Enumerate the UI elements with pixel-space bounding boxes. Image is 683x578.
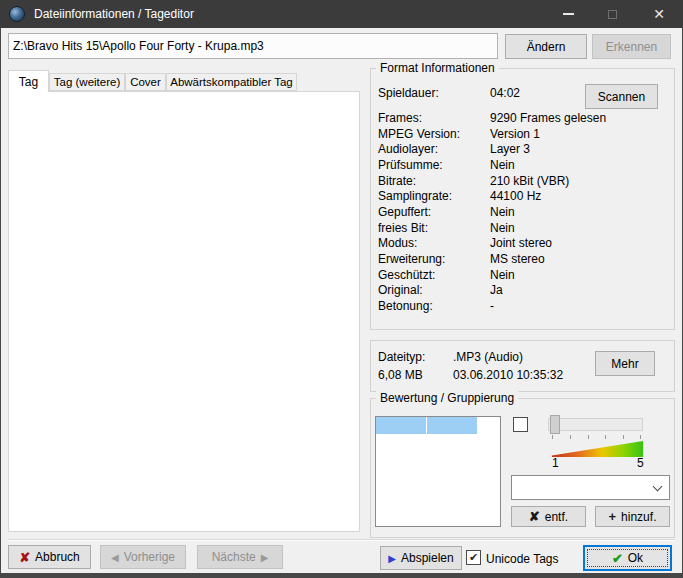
spieldauer-value: 04:02 [490, 86, 520, 100]
format-info-label: freies Bit: [378, 221, 490, 235]
grouping-selected-cell[interactable] [376, 417, 426, 434]
add-group-button[interactable]: + hinzuf. [595, 506, 670, 527]
format-info-value: Nein [490, 205, 515, 219]
arrow-left-icon: ◀ [111, 552, 119, 563]
checkmark-icon: ✔ [469, 552, 478, 563]
maximize-button [592, 0, 632, 28]
format-info-label: Gepuffert: [378, 205, 490, 219]
close-icon: ✕ [653, 7, 665, 21]
tab-tag-weitere-label: Tag (weitere) [54, 76, 120, 88]
unicode-tags-checkbox[interactable]: ✔ [466, 550, 481, 565]
format-info-value: Nein [490, 221, 515, 235]
format-info-row: Geschützt:Nein [378, 267, 672, 283]
format-info-value: - [490, 299, 494, 313]
rating-scale-min: 1 [552, 456, 559, 470]
file-modified: 03.06.2010 10:35:32 [453, 368, 563, 382]
rating-slider-track[interactable] [548, 418, 643, 431]
format-info-value: Layer 3 [490, 142, 530, 156]
remove-group-label: entf. [545, 510, 568, 524]
next-button-label: Nächste [212, 550, 256, 564]
slider-tick [623, 435, 624, 439]
remove-x-icon: ✘ [529, 509, 540, 524]
ok-check-icon: ✔ [612, 551, 623, 566]
change-button-label: Ändern [527, 40, 566, 54]
remove-group-button[interactable]: ✘ entf. [511, 506, 586, 527]
format-info-label: Samplingrate: [378, 189, 490, 203]
format-info-row: freies Bit:Nein [378, 220, 672, 236]
grouping-combobox[interactable] [511, 475, 670, 500]
format-info-value: Nein [490, 268, 515, 282]
titlebar[interactable]: Dateiinformationen / Tageditor ✕ [0, 0, 683, 28]
format-info-label: MPEG Version: [378, 127, 490, 141]
format-info-row: Prüfsumme:Nein [378, 157, 672, 173]
format-info-title: Format Informationen [376, 61, 499, 75]
format-info-row: Samplingrate:44100 Hz [378, 188, 672, 204]
file-size: 6,08 MB [378, 368, 423, 382]
format-info-value: Joint stereo [490, 236, 552, 250]
tab-tag-weitere[interactable]: Tag (weitere) [49, 73, 125, 91]
format-info-row: Modus:Joint stereo [378, 236, 672, 252]
tab-tag-label: Tag [19, 75, 38, 89]
abort-button-label: Abbruch [35, 550, 80, 564]
format-info-value: Ja [490, 283, 503, 297]
next-button[interactable]: Nächste ▶ [197, 545, 283, 569]
grouping-selected-row[interactable] [376, 417, 477, 434]
grouping-listbox[interactable] [375, 416, 501, 527]
slider-tick [588, 435, 589, 439]
rating-enable-checkbox[interactable] [513, 417, 528, 432]
chevron-down-icon [653, 481, 663, 491]
detect-button-label: Erkennen [606, 40, 657, 54]
tab-abwaertskompatibler-tag-label: Abwärtskompatibler Tag [170, 76, 293, 88]
previous-button[interactable]: ◀ Vorherige [100, 545, 186, 569]
tab-cover[interactable]: Cover [125, 73, 166, 91]
format-info-row: Original:Ja [378, 283, 672, 299]
dateityp-label: Dateityp: [378, 350, 425, 364]
unicode-tags-label: Unicode Tags [486, 552, 559, 566]
tag-tab-page [8, 91, 360, 532]
format-info-row: Frames:9290 Frames gelesen [378, 110, 672, 126]
slider-tick [640, 435, 641, 439]
tab-tag[interactable]: Tag [8, 70, 49, 92]
previous-button-label: Vorherige [124, 550, 175, 564]
format-info-row: MPEG Version:Version 1 [378, 126, 672, 142]
format-info-value: Nein [490, 158, 515, 172]
scan-button[interactable]: Scannen [585, 84, 658, 109]
add-group-label: hinzuf. [621, 510, 656, 524]
format-info-label: Frames: [378, 111, 490, 125]
format-info-row: Audiolayer:Layer 3 [378, 141, 672, 157]
scan-button-label: Scannen [598, 90, 645, 104]
format-info-row: Bitrate:210 kBit (VBR) [378, 173, 672, 189]
format-info-value: 9290 Frames gelesen [490, 111, 606, 125]
play-button[interactable]: ▶ Abspielen [380, 546, 462, 570]
tageditor-dialog: Dateiinformationen / Tageditor ✕ Ändern … [0, 0, 683, 578]
slider-tick [605, 435, 606, 439]
grouping-selected-cell[interactable] [426, 417, 477, 434]
format-info-label: Prüfsumme: [378, 158, 490, 172]
minimize-icon [563, 13, 574, 15]
play-button-label: Abspielen [401, 551, 454, 565]
format-info-rows: Frames:9290 Frames gelesen MPEG Version:… [378, 110, 672, 314]
app-icon [9, 6, 25, 22]
format-info-label: Audiolayer: [378, 142, 490, 156]
close-button[interactable]: ✕ [636, 0, 682, 28]
format-info-label: Erweiterung: [378, 252, 490, 266]
spieldauer-label: Spieldauer: [378, 86, 439, 100]
rating-slider-thumb[interactable] [550, 415, 560, 434]
detect-button[interactable]: Erkennen [592, 34, 671, 59]
add-plus-icon: + [609, 509, 617, 524]
ok-button[interactable]: ✔ Ok [583, 545, 672, 571]
maximize-icon [608, 10, 617, 19]
change-button[interactable]: Ändern [505, 34, 587, 59]
slider-tick [570, 435, 571, 439]
rating-group-title: Bewertung / Gruppierung [376, 391, 518, 405]
file-path-input[interactable] [8, 33, 498, 59]
format-info-row: Gepuffert:Nein [378, 204, 672, 220]
minimize-button[interactable] [548, 0, 588, 28]
abort-button[interactable]: ✘ Abbruch [8, 545, 91, 569]
tab-abwaertskompatibler-tag[interactable]: Abwärtskompatibler Tag [166, 73, 297, 91]
slider-tick [552, 435, 553, 439]
more-button[interactable]: Mehr [595, 351, 655, 376]
format-info-row: Erweiterung:MS stereo [378, 251, 672, 267]
tab-cover-label: Cover [130, 76, 161, 88]
arrow-right-icon: ▶ [261, 552, 269, 563]
